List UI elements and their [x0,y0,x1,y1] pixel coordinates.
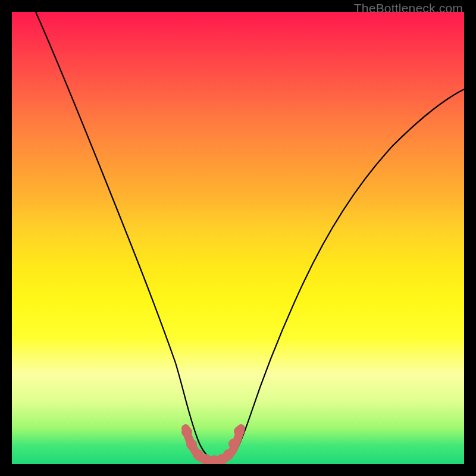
watermark: TheBottleneck.com [354,1,463,15]
curve-layer [12,12,464,464]
plot-area [12,12,464,464]
chart-frame: TheBottleneck.com [0,0,476,476]
bottleneck-curve [36,12,464,461]
